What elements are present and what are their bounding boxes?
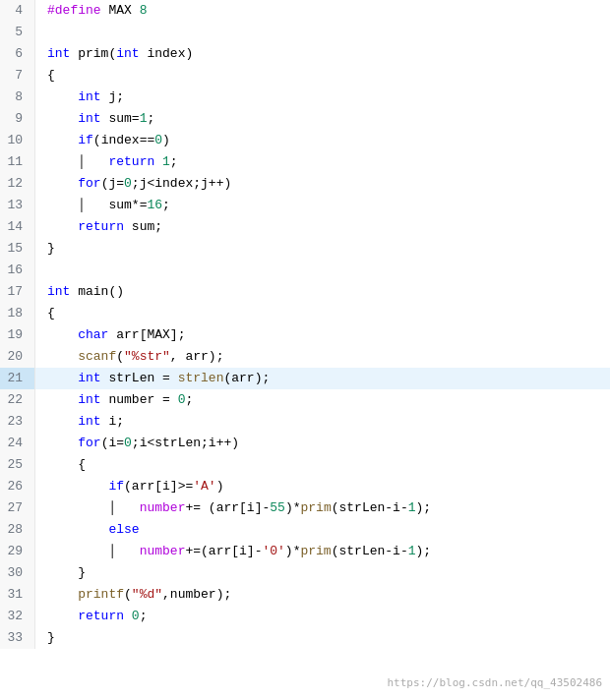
code-token: else	[108, 522, 139, 537]
line-content: }	[35, 627, 610, 649]
code-token: 1	[408, 500, 416, 515]
code-token: return	[108, 154, 154, 169]
line-row: 32 return 0;	[0, 606, 610, 627]
code-token: 1	[408, 544, 416, 558]
line-number: 4	[0, 0, 35, 22]
code-token: += (arr[i]-	[185, 500, 270, 515]
code-token: }	[47, 241, 55, 256]
code-token: int	[47, 284, 70, 299]
line-number: 16	[0, 260, 35, 281]
code-token: , arr);	[170, 349, 224, 364]
line-content: return sum;	[35, 216, 610, 238]
code-token: ;i<strLen;i++)	[132, 436, 239, 450]
watermark: https://blog.csdn.net/qq_43502486	[387, 672, 602, 694]
code-token: int	[47, 46, 70, 61]
code-token: )	[162, 133, 170, 147]
code-token: number	[140, 544, 186, 558]
code-token: for	[78, 176, 100, 191]
code-token: return	[78, 219, 124, 234]
code-token: 0	[124, 176, 132, 191]
code-token: sum*=	[108, 198, 147, 212]
code-token: printf	[78, 587, 124, 602]
code-token	[47, 111, 78, 126]
code-token: ;	[140, 609, 148, 623]
code-token	[47, 133, 78, 147]
line-number: 6	[0, 43, 35, 65]
line-number: 9	[0, 108, 35, 130]
code-token: main()	[70, 284, 124, 299]
line-number: 15	[0, 238, 35, 260]
code-token	[47, 89, 78, 104]
line-content: }	[35, 562, 610, 584]
code-token	[47, 522, 108, 537]
code-token	[47, 479, 108, 494]
code-token: (index==	[93, 133, 154, 147]
line-row: 24 for(i=0;i<strLen;i++)	[0, 433, 610, 454]
code-token: 55	[270, 500, 285, 515]
code-token: i;	[101, 414, 124, 429]
line-row: 22 int number = 0;	[0, 389, 610, 411]
code-token: (	[116, 349, 124, 364]
line-content: int number = 0;	[35, 389, 610, 411]
code-token: ;	[147, 111, 154, 126]
line-number: 5	[0, 22, 35, 43]
code-token: {	[47, 457, 86, 472]
line-number: 20	[0, 346, 35, 368]
line-content: int strLen = strlen(arr);	[35, 368, 610, 389]
line-number: 31	[0, 584, 35, 606]
code-token: 16	[147, 198, 162, 212]
line-content: {	[35, 65, 610, 87]
line-row: 27 │ number+= (arr[i]-55)*prim(strLen-i-…	[0, 497, 610, 519]
line-row: 7{	[0, 65, 610, 87]
code-token: 'A'	[193, 479, 215, 494]
line-content: else	[35, 519, 610, 541]
line-content: int i;	[35, 411, 610, 433]
line-row: 18{	[0, 303, 610, 324]
line-number: 28	[0, 519, 35, 541]
code-token: '0'	[262, 544, 284, 558]
code-token: sum;	[124, 219, 162, 234]
code-token: prim(	[70, 46, 116, 61]
line-content: int prim(int index)	[35, 43, 610, 65]
code-token: }	[47, 630, 55, 645]
code-token: ;	[162, 198, 170, 212]
line-content: int sum=1;	[35, 108, 610, 130]
line-number: 26	[0, 476, 35, 497]
line-row: 30 }	[0, 562, 610, 584]
line-content: }	[35, 238, 610, 260]
line-row: 17int main()	[0, 281, 610, 303]
line-number: 7	[0, 65, 35, 87]
line-number: 17	[0, 281, 35, 303]
code-lines: 4#define MAX 85 6int prim(int index)7{8 …	[0, 0, 610, 649]
code-token: (strLen-i-	[332, 500, 408, 515]
line-content: │ sum*=16;	[35, 195, 610, 216]
line-number: 14	[0, 216, 35, 238]
line-row: 12 for(j=0;j<index;j++)	[0, 173, 610, 195]
line-content: int j;	[35, 87, 610, 108]
code-token: │	[47, 544, 140, 558]
code-token	[47, 414, 78, 429]
code-token: int	[78, 414, 100, 429]
line-row: 13 │ sum*=16;	[0, 195, 610, 216]
code-token	[47, 587, 78, 602]
code-token: (	[124, 587, 132, 602]
code-token: );	[416, 500, 432, 515]
line-content: for(i=0;i<strLen;i++)	[35, 433, 610, 454]
code-token: #define	[47, 3, 101, 18]
line-number: 19	[0, 324, 35, 346]
code-token	[47, 392, 78, 407]
line-row: 33}	[0, 627, 610, 649]
line-content: │ return 1;	[35, 151, 610, 173]
line-number: 8	[0, 87, 35, 108]
line-row: 28 else	[0, 519, 610, 541]
code-token: "%d"	[132, 587, 162, 602]
line-row: 9 int sum=1;	[0, 108, 610, 130]
code-token: +=(arr[i]-	[185, 544, 262, 558]
code-token: );	[416, 544, 432, 558]
code-token	[47, 349, 78, 364]
code-token: │	[47, 154, 108, 169]
line-content: int main()	[35, 281, 610, 303]
line-row: 23 int i;	[0, 411, 610, 433]
code-token	[47, 371, 78, 385]
code-token: (arr);	[223, 371, 270, 385]
